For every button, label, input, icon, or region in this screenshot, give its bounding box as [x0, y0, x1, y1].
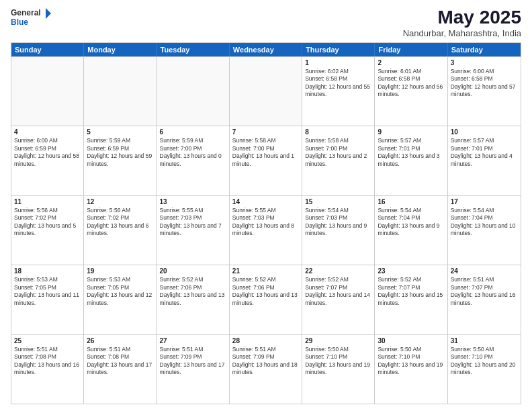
title-month: May 2025 [403, 7, 521, 28]
calendar-header: SundayMondayTuesdayWednesdayThursdayFrid… [11, 43, 521, 56]
cell-info: Sunrise: 5:55 AMSunset: 7:03 PMDaylight:… [232, 207, 299, 238]
calendar-cell: 29Sunrise: 5:50 AMSunset: 7:10 PMDayligh… [302, 335, 375, 404]
calendar-row-5: 25Sunrise: 5:51 AMSunset: 7:08 PMDayligh… [11, 334, 521, 404]
day-number: 18 [14, 267, 81, 275]
cell-info: Sunrise: 6:00 AMSunset: 6:59 PMDaylight:… [14, 137, 81, 168]
cell-info: Sunrise: 5:52 AMSunset: 7:07 PMDaylight:… [378, 276, 444, 307]
calendar-cell: 24Sunrise: 5:51 AMSunset: 7:07 PMDayligh… [448, 265, 521, 334]
day-number: 9 [378, 128, 444, 136]
cell-info: Sunrise: 5:51 AMSunset: 7:09 PMDaylight:… [232, 346, 299, 377]
calendar-row-4: 18Sunrise: 5:53 AMSunset: 7:05 PMDayligh… [11, 265, 521, 334]
day-number: 2 [378, 59, 444, 66]
calendar-cell: 30Sunrise: 5:50 AMSunset: 7:10 PMDayligh… [375, 335, 447, 404]
cell-info: Sunrise: 5:55 AMSunset: 7:03 PMDaylight:… [160, 207, 226, 238]
cell-info: Sunrise: 5:51 AMSunset: 7:08 PMDaylight:… [87, 346, 153, 377]
cell-info: Sunrise: 5:58 AMSunset: 7:00 PMDaylight:… [232, 137, 299, 168]
calendar-cell: 18Sunrise: 5:53 AMSunset: 7:05 PMDayligh… [11, 265, 84, 334]
header-day-saturday: Saturday [448, 43, 521, 56]
calendar-cell: 10Sunrise: 5:57 AMSunset: 7:01 PMDayligh… [448, 126, 521, 195]
day-number: 13 [160, 198, 226, 205]
day-number: 5 [87, 128, 153, 136]
calendar-cell: 26Sunrise: 5:51 AMSunset: 7:08 PMDayligh… [84, 335, 157, 404]
cell-info: Sunrise: 5:56 AMSunset: 7:02 PMDaylight:… [87, 207, 153, 238]
calendar-cell: 1Sunrise: 6:02 AMSunset: 6:58 PMDaylight… [302, 57, 375, 126]
svg-text:General: General [11, 8, 41, 17]
day-number: 1 [305, 59, 371, 66]
calendar-cell: 27Sunrise: 5:51 AMSunset: 7:09 PMDayligh… [157, 335, 230, 404]
day-number: 26 [87, 337, 153, 345]
calendar-row-3: 11Sunrise: 5:56 AMSunset: 7:02 PMDayligh… [11, 195, 521, 265]
calendar-cell: 12Sunrise: 5:56 AMSunset: 7:02 PMDayligh… [84, 196, 157, 265]
day-number: 3 [451, 59, 518, 66]
calendar-cell: 17Sunrise: 5:54 AMSunset: 7:04 PMDayligh… [448, 196, 521, 265]
day-number: 6 [160, 128, 226, 136]
cell-info: Sunrise: 5:52 AMSunset: 7:07 PMDaylight:… [305, 276, 371, 307]
day-number: 22 [305, 267, 371, 275]
cell-info: Sunrise: 5:54 AMSunset: 7:04 PMDaylight:… [451, 207, 518, 238]
calendar-cell: 6Sunrise: 5:59 AMSunset: 7:00 PMDaylight… [157, 126, 230, 195]
calendar-cell: 16Sunrise: 5:54 AMSunset: 7:04 PMDayligh… [375, 196, 447, 265]
header-day-monday: Monday [84, 43, 157, 56]
calendar: SundayMondayTuesdayWednesdayThursdayFrid… [11, 42, 521, 404]
calendar-cell: 9Sunrise: 5:57 AMSunset: 7:01 PMDaylight… [375, 126, 447, 195]
logo-svg: GeneralBlue [11, 7, 51, 27]
day-number: 24 [451, 267, 518, 275]
cell-info: Sunrise: 5:50 AMSunset: 7:10 PMDaylight:… [378, 346, 444, 377]
calendar-cell: 5Sunrise: 5:59 AMSunset: 6:59 PMDaylight… [84, 126, 157, 195]
cell-info: Sunrise: 5:59 AMSunset: 6:59 PMDaylight:… [87, 137, 153, 168]
calendar-cell [157, 57, 230, 126]
cell-info: Sunrise: 5:54 AMSunset: 7:04 PMDaylight:… [378, 207, 444, 238]
day-number: 20 [160, 267, 226, 275]
svg-marker-2 [46, 8, 51, 19]
day-number: 31 [451, 337, 518, 345]
calendar-cell: 11Sunrise: 5:56 AMSunset: 7:02 PMDayligh… [11, 196, 84, 265]
day-number: 11 [14, 198, 81, 205]
calendar-cell: 4Sunrise: 6:00 AMSunset: 6:59 PMDaylight… [11, 126, 84, 195]
day-number: 4 [14, 128, 81, 136]
calendar-cell: 13Sunrise: 5:55 AMSunset: 7:03 PMDayligh… [157, 196, 230, 265]
day-number: 19 [87, 267, 153, 275]
cell-info: Sunrise: 6:00 AMSunset: 6:58 PMDaylight:… [451, 68, 518, 99]
cell-info: Sunrise: 5:52 AMSunset: 7:06 PMDaylight:… [160, 276, 226, 307]
calendar-cell: 2Sunrise: 6:01 AMSunset: 6:58 PMDaylight… [375, 57, 447, 126]
day-number: 27 [160, 337, 226, 345]
day-number: 15 [305, 198, 371, 205]
page: GeneralBlue May 2025 Nandurbar, Maharash… [0, 0, 532, 411]
day-number: 14 [232, 198, 299, 205]
day-number: 21 [232, 267, 299, 275]
calendar-cell: 21Sunrise: 5:52 AMSunset: 7:06 PMDayligh… [230, 265, 302, 334]
calendar-cell: 20Sunrise: 5:52 AMSunset: 7:06 PMDayligh… [157, 265, 230, 334]
day-number: 8 [305, 128, 371, 136]
calendar-cell: 23Sunrise: 5:52 AMSunset: 7:07 PMDayligh… [375, 265, 447, 334]
cell-info: Sunrise: 5:50 AMSunset: 7:10 PMDaylight:… [451, 346, 518, 377]
header-day-tuesday: Tuesday [157, 43, 230, 56]
cell-info: Sunrise: 5:53 AMSunset: 7:05 PMDaylight:… [14, 276, 81, 307]
day-number: 7 [232, 128, 299, 136]
day-number: 23 [378, 267, 444, 275]
calendar-cell [230, 57, 302, 126]
calendar-cell: 28Sunrise: 5:51 AMSunset: 7:09 PMDayligh… [230, 335, 302, 404]
calendar-cell: 8Sunrise: 5:58 AMSunset: 7:00 PMDaylight… [302, 126, 375, 195]
cell-info: Sunrise: 5:51 AMSunset: 7:09 PMDaylight:… [160, 346, 226, 377]
day-number: 30 [378, 337, 444, 345]
day-number: 25 [14, 337, 81, 345]
calendar-body: 1Sunrise: 6:02 AMSunset: 6:58 PMDaylight… [11, 56, 521, 404]
calendar-cell: 14Sunrise: 5:55 AMSunset: 7:03 PMDayligh… [230, 196, 302, 265]
svg-text:Blue: Blue [11, 17, 28, 27]
calendar-cell: 31Sunrise: 5:50 AMSunset: 7:10 PMDayligh… [448, 335, 521, 404]
calendar-cell: 3Sunrise: 6:00 AMSunset: 6:58 PMDaylight… [448, 57, 521, 126]
calendar-cell [11, 57, 84, 126]
day-number: 16 [378, 198, 444, 205]
logo: GeneralBlue [11, 7, 51, 27]
calendar-cell: 22Sunrise: 5:52 AMSunset: 7:07 PMDayligh… [302, 265, 375, 334]
day-number: 10 [451, 128, 518, 136]
cell-info: Sunrise: 5:56 AMSunset: 7:02 PMDaylight:… [14, 207, 81, 238]
title-location: Nandurbar, Maharashtra, India [403, 28, 521, 38]
cell-info: Sunrise: 5:54 AMSunset: 7:03 PMDaylight:… [305, 207, 371, 238]
cell-info: Sunrise: 6:01 AMSunset: 6:58 PMDaylight:… [378, 68, 444, 99]
cell-info: Sunrise: 5:52 AMSunset: 7:06 PMDaylight:… [232, 276, 299, 307]
day-number: 12 [87, 198, 153, 205]
calendar-cell: 19Sunrise: 5:53 AMSunset: 7:05 PMDayligh… [84, 265, 157, 334]
cell-info: Sunrise: 5:57 AMSunset: 7:01 PMDaylight:… [451, 137, 518, 168]
calendar-row-1: 1Sunrise: 6:02 AMSunset: 6:58 PMDaylight… [11, 56, 521, 126]
